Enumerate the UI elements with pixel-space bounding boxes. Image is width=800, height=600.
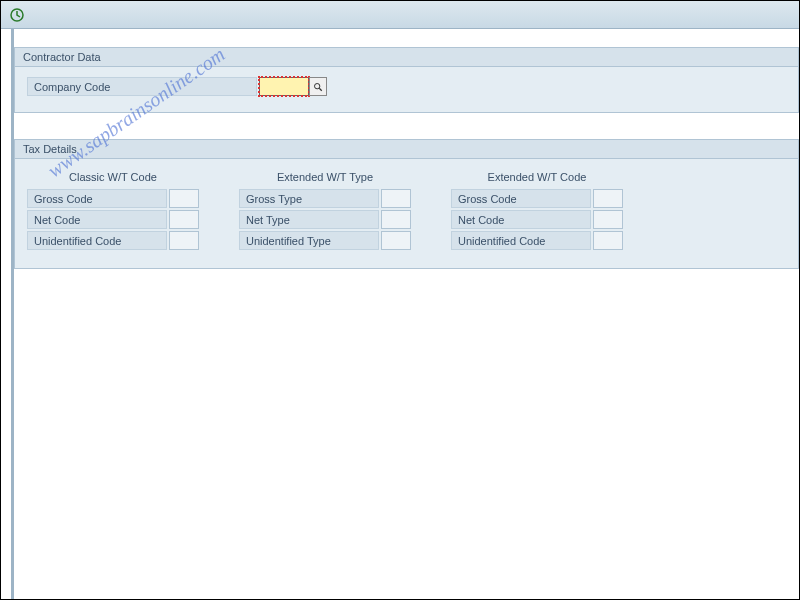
tax-panel-title: Tax Details: [15, 140, 798, 159]
table-row: Net Type: [239, 210, 411, 229]
company-code-label: Company Code: [27, 77, 257, 96]
gross-code-input[interactable]: [169, 189, 199, 208]
net-code-input[interactable]: [169, 210, 199, 229]
table-row: Unidentified Code: [451, 231, 623, 250]
unidentified-code-label: Unidentified Code: [27, 231, 167, 250]
extended-wt-code-column: Extended W/T Code Gross Code Net Code Un…: [451, 169, 623, 252]
svg-point-1: [315, 83, 320, 88]
company-code-input[interactable]: [259, 77, 309, 96]
table-row: Net Code: [27, 210, 199, 229]
tax-details-panel: Tax Details Classic W/T Code Gross Code …: [14, 139, 799, 269]
gross-type-input[interactable]: [381, 189, 411, 208]
ext-unidentified-code-label: Unidentified Code: [451, 231, 591, 250]
app-toolbar: [1, 1, 799, 29]
table-row: Unidentified Type: [239, 231, 411, 250]
net-code-label: Net Code: [27, 210, 167, 229]
table-row: Gross Code: [27, 189, 199, 208]
gross-type-label: Gross Type: [239, 189, 379, 208]
ext-net-code-label: Net Code: [451, 210, 591, 229]
extended-wt-type-column: Extended W/T Type Gross Type Net Type Un…: [239, 169, 411, 252]
contractor-panel-title: Contractor Data: [15, 48, 798, 67]
classic-wt-code-column: Classic W/T Code Gross Code Net Code Uni…: [27, 169, 199, 252]
table-row: Gross Code: [451, 189, 623, 208]
gross-code-label: Gross Code: [27, 189, 167, 208]
unidentified-type-label: Unidentified Type: [239, 231, 379, 250]
ext-gross-code-input[interactable]: [593, 189, 623, 208]
ext-gross-code-label: Gross Code: [451, 189, 591, 208]
unidentified-type-input[interactable]: [381, 231, 411, 250]
execute-icon[interactable]: [9, 7, 25, 23]
svg-line-2: [319, 88, 322, 91]
company-code-search-button[interactable]: [309, 77, 327, 96]
extended-wt-type-header: Extended W/T Type: [239, 169, 411, 189]
ext-unidentified-code-input[interactable]: [593, 231, 623, 250]
table-row: Gross Type: [239, 189, 411, 208]
net-type-label: Net Type: [239, 210, 379, 229]
main-content: Contractor Data Company Code Tax Details…: [11, 29, 799, 599]
search-icon: [313, 82, 323, 92]
net-type-input[interactable]: [381, 210, 411, 229]
company-code-row: Company Code: [27, 77, 786, 96]
ext-net-code-input[interactable]: [593, 210, 623, 229]
contractor-data-panel: Contractor Data Company Code: [14, 47, 799, 113]
table-row: Net Code: [451, 210, 623, 229]
table-row: Unidentified Code: [27, 231, 199, 250]
classic-wt-code-header: Classic W/T Code: [27, 169, 199, 189]
extended-wt-code-header: Extended W/T Code: [451, 169, 623, 189]
unidentified-code-input[interactable]: [169, 231, 199, 250]
